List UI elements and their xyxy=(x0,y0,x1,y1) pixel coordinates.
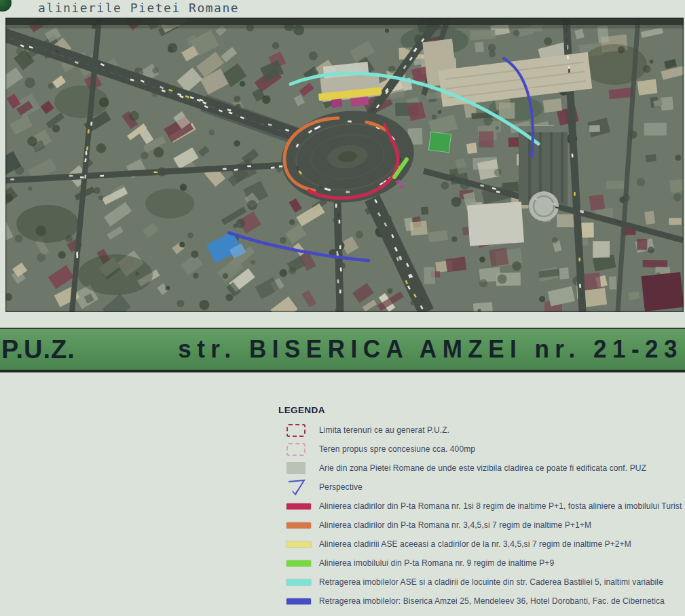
legend-key-color-bar xyxy=(286,541,319,547)
white-building xyxy=(467,201,524,246)
legend-item-label: Alinierea cladirilor din P-ta Romana nr.… xyxy=(319,501,682,511)
legend-key-color-bar xyxy=(286,598,319,604)
legend-key-color-bar xyxy=(286,560,319,566)
legend-item-label: Alinierea imobilului din P-ta Romana nr.… xyxy=(319,558,554,568)
legend-key-dashed-box xyxy=(286,443,319,456)
aerial-photo xyxy=(5,18,684,312)
legend-item: Alinierea cladirilor din P-ta Romana nr.… xyxy=(277,497,684,516)
legend-key-color-bar xyxy=(286,579,319,585)
aerial-photo-svg xyxy=(5,18,684,312)
title-bar: P.U.Z. str. BISERICA AMZEI nr. 21-23 xyxy=(0,328,685,372)
legend-item-label: Arie din zona Pietei Romane de unde este… xyxy=(319,463,646,473)
title-right: str. BISERICA AMZEI nr. 21-23 xyxy=(178,334,683,363)
legend-item: Alinierea cladiriii ASE aceeasi a cladir… xyxy=(277,535,684,554)
legend-key-perspective-arrow-icon xyxy=(286,478,319,497)
corner-pin xyxy=(0,0,12,12)
legend-item: Alinierea cladirilor din P-ta Romana nr.… xyxy=(277,516,684,535)
legend-item-label: Perspective xyxy=(319,482,363,492)
legend-key-color-bar xyxy=(286,503,319,509)
photo-top-shadow xyxy=(5,18,684,28)
legend-item: Teren propus spre concesiune cca. 400mp xyxy=(277,440,684,459)
legend-item-label: Limita terenuri ce au generat P.U.Z. xyxy=(319,425,449,435)
legend-item-label: Retragerea imobilelor ASE si a cladirii … xyxy=(319,577,663,587)
legend-item: Perspective xyxy=(277,478,684,497)
photo-caption: alinierile Pietei Romane xyxy=(38,1,239,15)
helipad xyxy=(529,191,559,221)
legend-item-label: Teren propus spre concesiune cca. 400mp xyxy=(319,444,475,454)
legend: LEGENDA Limita terenuri ce au generat P.… xyxy=(277,405,684,611)
legend-item: Alinierea imobilului din P-ta Romana nr.… xyxy=(277,554,684,573)
legend-item-label: Alinierea cladirilor din P-ta Romana nr.… xyxy=(319,520,591,530)
legend-item: Limita terenuri ce au generat P.U.Z. xyxy=(277,421,684,440)
title-left: P.U.Z. xyxy=(1,334,75,364)
legend-item: Retragerea imobilelor: Biserica Amzei 25… xyxy=(277,592,684,611)
legend-title: LEGENDA xyxy=(278,405,684,415)
legend-item-label: Retragerea imobilelor: Biserica Amzei 25… xyxy=(319,596,665,606)
puz-panel: alinierile Pietei Romane xyxy=(0,0,685,616)
legend-key-dashed-box xyxy=(286,424,319,437)
legend-key-color-bar xyxy=(286,522,319,528)
legend-item: Arie din zona Pietei Romane de unde este… xyxy=(277,459,684,478)
legend-item: Retragerea imobilelor ASE si a cladirii … xyxy=(277,573,684,592)
legend-key-filled-box xyxy=(286,462,319,474)
sports-court xyxy=(428,132,451,152)
legend-item-label: Alinierea cladiriii ASE aceeasi a cladir… xyxy=(319,539,631,549)
corner-building xyxy=(641,272,684,311)
